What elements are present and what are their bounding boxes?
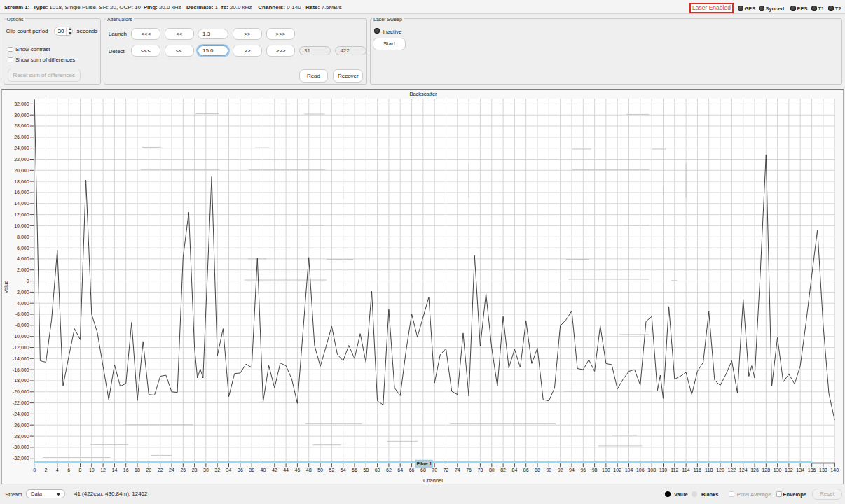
svg-text:16,000: 16,000 [14, 190, 29, 195]
svg-text:-22,000: -22,000 [13, 400, 29, 405]
svg-text:72: 72 [444, 468, 449, 472]
svg-text:78: 78 [478, 468, 483, 472]
svg-text:58: 58 [363, 468, 369, 472]
svg-text:32,000: 32,000 [14, 102, 29, 106]
svg-text:130: 130 [774, 468, 782, 472]
svg-text:68: 68 [420, 468, 426, 472]
svg-text:0: 0 [33, 468, 36, 472]
svg-text:26,000: 26,000 [14, 134, 29, 139]
svg-text:28: 28 [192, 468, 198, 472]
svg-text:102: 102 [613, 468, 621, 472]
svg-text:-2,000: -2,000 [15, 290, 29, 295]
svg-text:108: 108 [647, 468, 656, 472]
svg-text:14: 14 [112, 468, 118, 472]
svg-text:118: 118 [705, 468, 713, 472]
svg-text:36: 36 [238, 468, 243, 472]
svg-text:134: 134 [796, 468, 804, 472]
svg-text:24,000: 24,000 [14, 146, 29, 150]
svg-text:60: 60 [375, 468, 380, 472]
svg-text:22: 22 [158, 468, 163, 472]
svg-text:112: 112 [671, 468, 678, 472]
svg-text:-20,000: -20,000 [13, 389, 29, 394]
svg-text:122: 122 [728, 468, 736, 472]
svg-text:20,000: 20,000 [14, 168, 29, 173]
svg-text:124: 124 [739, 468, 748, 472]
svg-text:46: 46 [295, 468, 301, 472]
svg-text:84: 84 [512, 468, 518, 472]
svg-text:42: 42 [272, 468, 277, 472]
svg-text:56: 56 [352, 468, 357, 472]
svg-text:92: 92 [558, 468, 563, 472]
svg-text:-10,000: -10,000 [13, 334, 29, 339]
svg-text:22,000: 22,000 [14, 157, 29, 162]
svg-text:30,000: 30,000 [14, 113, 29, 118]
svg-text:62: 62 [386, 468, 392, 472]
svg-text:8,000: 8,000 [17, 234, 29, 239]
svg-text:32: 32 [214, 468, 220, 472]
svg-text:2: 2 [45, 468, 48, 472]
svg-text:126: 126 [750, 468, 759, 472]
svg-text:12,000: 12,000 [14, 212, 29, 217]
svg-text:140: 140 [830, 468, 839, 472]
svg-text:26: 26 [180, 468, 186, 472]
svg-text:52: 52 [329, 468, 335, 472]
svg-text:64: 64 [397, 468, 403, 472]
svg-text:48: 48 [306, 468, 312, 472]
svg-text:-24,000: -24,000 [13, 412, 29, 416]
svg-text:80: 80 [489, 468, 495, 472]
svg-text:50: 50 [317, 468, 323, 472]
svg-text:20: 20 [146, 468, 151, 472]
svg-text:10: 10 [89, 468, 95, 472]
svg-text:Value: Value [3, 281, 9, 294]
svg-text:10,000: 10,000 [14, 223, 29, 228]
svg-text:-28,000: -28,000 [13, 434, 29, 439]
svg-text:24: 24 [169, 468, 174, 472]
svg-text:-12,000: -12,000 [13, 345, 29, 350]
svg-text:6: 6 [67, 468, 70, 472]
svg-text:44: 44 [283, 468, 289, 472]
svg-text:-8,000: -8,000 [15, 323, 29, 328]
svg-text:88: 88 [535, 468, 540, 472]
svg-text:6,000: 6,000 [17, 246, 29, 251]
svg-text:120: 120 [716, 468, 724, 472]
svg-text:-32,000: -32,000 [13, 456, 29, 461]
svg-text:-30,000: -30,000 [13, 444, 29, 449]
svg-text:-16,000: -16,000 [13, 368, 29, 372]
svg-text:2,000: 2,000 [17, 267, 29, 272]
svg-text:86: 86 [523, 468, 529, 472]
svg-text:90: 90 [546, 468, 551, 472]
svg-text:40: 40 [261, 468, 266, 472]
svg-text:128: 128 [762, 468, 770, 472]
svg-text:116: 116 [694, 468, 701, 472]
svg-text:-6,000: -6,000 [15, 312, 29, 316]
svg-text:132: 132 [785, 468, 793, 472]
svg-text:-18,000: -18,000 [13, 378, 29, 383]
svg-text:136: 136 [808, 468, 816, 472]
svg-text:18,000: 18,000 [14, 179, 29, 184]
svg-text:-26,000: -26,000 [13, 423, 29, 428]
svg-text:66: 66 [409, 468, 415, 472]
svg-text:114: 114 [682, 468, 690, 472]
svg-text:Channel: Channel [423, 477, 443, 484]
svg-text:30: 30 [203, 468, 209, 472]
svg-text:76: 76 [466, 468, 472, 472]
svg-text:138: 138 [819, 468, 827, 472]
svg-text:0: 0 [27, 279, 29, 284]
svg-text:54: 54 [341, 468, 346, 472]
svg-text:-14,000: -14,000 [13, 356, 29, 361]
svg-text:4: 4 [56, 468, 59, 472]
svg-text:96: 96 [580, 468, 586, 472]
svg-text:Backscatter: Backscatter [409, 91, 437, 97]
svg-text:Fibre 1: Fibre 1 [417, 461, 432, 466]
svg-text:38: 38 [249, 468, 254, 472]
svg-text:-4,000: -4,000 [15, 301, 29, 306]
svg-text:98: 98 [592, 468, 598, 472]
svg-text:16: 16 [123, 468, 129, 472]
svg-text:8: 8 [79, 468, 82, 472]
svg-text:82: 82 [500, 468, 506, 472]
svg-text:74: 74 [455, 468, 460, 472]
svg-text:12: 12 [100, 468, 106, 472]
svg-text:94: 94 [569, 468, 575, 472]
svg-text:28,000: 28,000 [14, 123, 29, 128]
svg-text:4,000: 4,000 [17, 256, 29, 261]
